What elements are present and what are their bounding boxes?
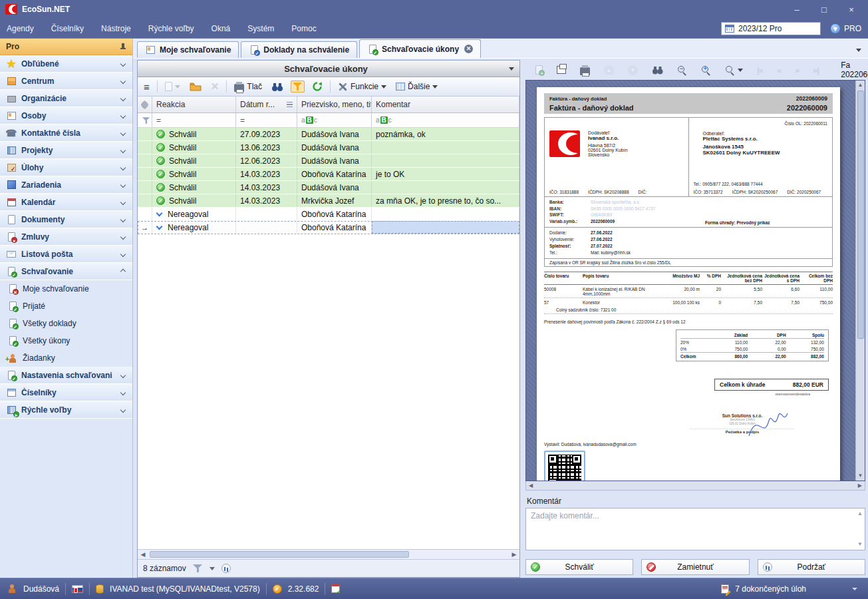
- footer-filter-dropdown-icon[interactable]: [210, 567, 215, 570]
- pin-icon[interactable]: [120, 43, 126, 51]
- sidebar-item-kalendar[interactable]: Kalendár: [0, 194, 132, 211]
- sidebar-subitem-ziadanky[interactable]: + Žiadanky: [0, 349, 132, 367]
- sidebar-subitem-vsetky-ukony[interactable]: ✓ Všetky úkony: [0, 332, 132, 349]
- table-row[interactable]: ✓Schválil 14.03.2023 Dudášová Ivana: [138, 181, 519, 194]
- page-up-button[interactable]: ▲: [602, 64, 616, 77]
- tab-schvalovacie-ukony[interactable]: ✓ Schvaľovacie úkony ✕: [359, 39, 481, 58]
- table-row[interactable]: Nereagoval Oboňová Katarína: [138, 208, 519, 221]
- sidebar-item-centrum[interactable]: Centrum: [0, 73, 132, 90]
- hold-button[interactable]: Podržať: [758, 559, 865, 575]
- sidebar-item-ciselniky[interactable]: Číselníky: [0, 384, 132, 401]
- hold-icon[interactable]: [221, 564, 231, 573]
- period-selector[interactable]: 2023/12 Pro: [721, 22, 821, 35]
- sidebar-item-kontaktne-cisla[interactable]: ☎ Kontaktné čísla: [0, 124, 132, 142]
- table-row[interactable]: ✓Schválil 14.03.2023 Oboňová Katarína je…: [138, 168, 519, 181]
- next-page-button[interactable]: »: [793, 64, 801, 77]
- scroll-left-icon[interactable]: ◀: [529, 483, 533, 489]
- close-button[interactable]: ×: [840, 5, 863, 15]
- sidebar-item-zariadenia[interactable]: Zariadenia: [0, 176, 132, 194]
- scroll-up-icon[interactable]: ▲: [858, 81, 863, 90]
- column-options-header[interactable]: [138, 97, 152, 112]
- approve-button[interactable]: ✓ Schváliť: [525, 559, 633, 575]
- table-row[interactable]: ✓Schválil 12.06.2023 Dudášová Ivana: [138, 154, 519, 168]
- menu-nastroje[interactable]: Nástroje: [101, 24, 131, 33]
- scroll-right-icon[interactable]: ▶: [858, 483, 862, 489]
- preview-vertical-scrollbar[interactable]: ▲ ▼: [855, 81, 865, 481]
- sidebar-item-dokumenty[interactable]: Dokumenty: [0, 211, 132, 228]
- refresh-button[interactable]: [310, 80, 325, 93]
- sidebar-subitem-moje-schvalovanie[interactable]: ✕ Moje schvaľovanie: [0, 280, 132, 298]
- comment-input[interactable]: [525, 508, 865, 550]
- table-row-selected[interactable]: → Nereagoval Oboňová Katarína: [138, 221, 519, 234]
- menu-rychle-volby[interactable]: Rýchle voľby: [148, 24, 194, 33]
- menu-agendy[interactable]: Agendy: [7, 24, 34, 33]
- grid-horizontal-scrollbar[interactable]: ◀ ▶: [138, 549, 519, 559]
- scroll-right-icon[interactable]: ▶: [509, 551, 519, 558]
- sidebar-item-projekty[interactable]: Projekty: [0, 142, 132, 159]
- tab-moje-schvalovanie[interactable]: Moje schvaľovanie: [137, 41, 239, 58]
- tab-doklady-na-schvalenie[interactable]: ✓ Doklady na schválenie: [241, 41, 357, 58]
- scrollbar-thumb[interactable]: [150, 551, 409, 558]
- sidebar-item-rychle-volby[interactable]: ▸ Rýchle voľby: [0, 401, 132, 419]
- minimize-button[interactable]: –: [786, 5, 808, 15]
- zoom-out-button[interactable]: −: [675, 64, 689, 77]
- layout-menu-button[interactable]: ≡: [142, 80, 152, 94]
- print-preview-button[interactable]: [578, 64, 592, 77]
- sidebar-item-organizacie[interactable]: Organizácie: [0, 90, 132, 107]
- sidebar-item-listova-posta[interactable]: Listová pošta: [0, 246, 132, 263]
- search-button[interactable]: [269, 81, 285, 93]
- sidebar-item-oblubene[interactable]: ★ Obľúbené: [0, 55, 132, 73]
- prev-page-button[interactable]: «: [775, 64, 783, 77]
- footer-filter-icon[interactable]: [193, 564, 203, 573]
- first-page-button[interactable]: |«: [755, 64, 765, 77]
- sidebar-subitem-prijate[interactable]: ✓ Prijaté: [0, 298, 132, 315]
- zoom-in-button[interactable]: +: [699, 64, 713, 77]
- scroll-down-icon[interactable]: ▼: [857, 541, 863, 547]
- open-record-button[interactable]: [188, 81, 204, 93]
- menu-okna[interactable]: Okná: [212, 24, 231, 33]
- functions-button[interactable]: Funkcie: [336, 81, 388, 93]
- new-record-button[interactable]: [163, 81, 182, 93]
- sidebar-subitem-vsetky-doklady[interactable]: ✓ Všetky doklady: [0, 315, 132, 332]
- delete-record-button[interactable]: ✕: [209, 79, 221, 94]
- filter-reakcia[interactable]: =: [152, 113, 236, 127]
- table-row[interactable]: ✓Schválil 13.06.2023 Dudášová Ivana: [138, 141, 519, 154]
- filter-datum[interactable]: =: [236, 113, 297, 127]
- find-button[interactable]: [650, 64, 665, 76]
- sidebar-item-ulohy[interactable]: Úlohy: [0, 159, 132, 176]
- sidebar-item-nastavenia-schvalovania[interactable]: ✓ Nastavenia schvaľovani: [0, 367, 132, 384]
- menu-system[interactable]: Systém: [247, 24, 274, 33]
- attach-doc-button[interactable]: +: [533, 64, 545, 76]
- scroll-up-icon[interactable]: ▲: [857, 510, 863, 516]
- column-header-komentar[interactable]: Komentar: [372, 97, 519, 112]
- reject-button[interactable]: Zamietnuť: [641, 559, 749, 575]
- sidebar-item-zmluvy[interactable]: ● Zmluvy: [0, 228, 132, 246]
- column-header-reakcia[interactable]: Reakcia: [152, 97, 236, 112]
- filter-button[interactable]: [291, 81, 305, 93]
- scroll-down-icon[interactable]: ▼: [858, 471, 863, 481]
- menu-ciselniky[interactable]: Číselníky: [51, 24, 84, 33]
- table-row[interactable]: ✓Schválil 27.09.2023 Dudášová Ivana pozn…: [138, 128, 519, 141]
- print-button[interactable]: Tlač: [232, 81, 264, 93]
- zoom-select-button[interactable]: [723, 64, 745, 77]
- sidebar-item-schvalovanie[interactable]: ✓ Schvaľovanie: [0, 263, 132, 280]
- tasks-dropdown-icon[interactable]: [852, 588, 857, 590]
- panel-dropdown-icon[interactable]: [509, 67, 514, 71]
- sidebar-item-osoby[interactable]: Osoby: [0, 107, 132, 124]
- completed-tasks[interactable]: 7 dokončených úloh: [735, 584, 806, 594]
- more-button[interactable]: Ďalšie: [394, 81, 440, 93]
- column-header-datum[interactable]: Dátum r...: [236, 97, 297, 112]
- edition-badge[interactable]: ▼ PRO: [830, 23, 861, 34]
- tabbar-dropdown-icon[interactable]: [856, 49, 861, 52]
- filter-priezvisko[interactable]: aBc: [297, 113, 372, 127]
- last-page-button[interactable]: »|: [811, 64, 821, 77]
- tab-close-icon[interactable]: ✕: [464, 45, 473, 53]
- menu-pomoc[interactable]: Pomoc: [291, 24, 316, 33]
- comment-cell-selected[interactable]: [372, 221, 519, 234]
- table-row[interactable]: ✓Schválil 14.03.2023 Mrkvička Jozef za m…: [138, 194, 519, 208]
- maximize-button[interactable]: □: [813, 5, 835, 15]
- page-down-button[interactable]: ▼: [626, 64, 640, 77]
- scroll-left-icon[interactable]: ◀: [138, 551, 148, 558]
- preview-viewport[interactable]: Faktúra - daňový doklad 2022060009 Faktú…: [525, 80, 865, 481]
- filter-komentar[interactable]: aBc: [372, 113, 519, 127]
